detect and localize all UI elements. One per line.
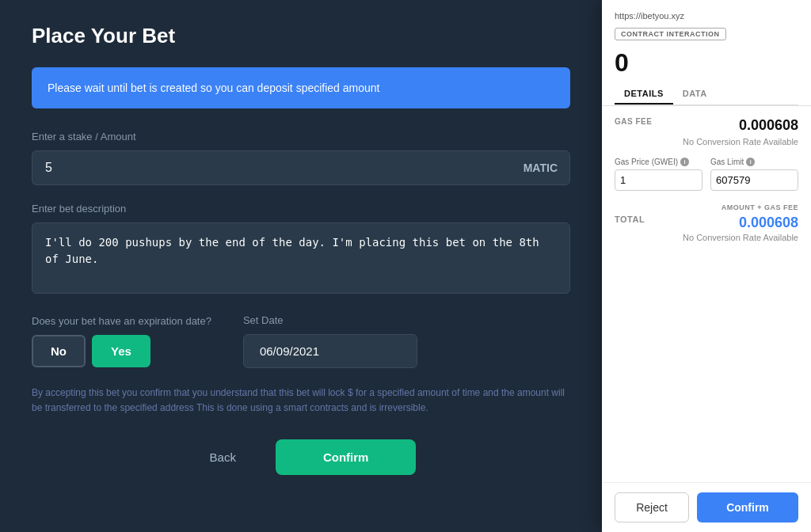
popup-confirm-button[interactable]: Confirm — [697, 492, 798, 522]
toggle-buttons: No Yes — [32, 335, 211, 367]
reject-button[interactable]: Reject — [615, 492, 689, 522]
stake-section: Enter a stake / Amount MATIC — [32, 131, 570, 185]
gas-inputs-row: Gas Price (GWEI) i Gas Limit i — [615, 158, 798, 191]
popup-body: GAS FEE 0.000608 No Conversion Rate Avai… — [602, 106, 811, 482]
popup-url: https://ibetyou.xyz — [615, 11, 798, 21]
amount-gas-label: AMOUNT + GAS FEE — [615, 203, 798, 211]
info-banner: Please wait until bet is created so you … — [32, 67, 570, 108]
back-button[interactable]: Back — [186, 439, 260, 475]
main-form: Place Your Bet Please wait until bet is … — [0, 0, 602, 532]
gas-limit-label: Gas Limit i — [710, 158, 798, 166]
no-button[interactable]: No — [32, 335, 86, 367]
stake-label: Enter a stake / Amount — [32, 131, 570, 142]
gas-price-group: Gas Price (GWEI) i — [615, 158, 702, 191]
gas-fee-row: GAS FEE 0.000608 — [615, 117, 798, 134]
disclaimer-text: By accepting this bet you confirm that y… — [32, 386, 570, 416]
popup-tabs: DETAILS DATA — [615, 84, 798, 105]
description-label: Enter bet description — [32, 203, 570, 215]
total-no-conversion: No Conversion Rate Available — [615, 233, 798, 242]
gas-fee-label: GAS FEE — [615, 117, 652, 126]
main-confirm-button[interactable]: Confirm — [276, 439, 417, 475]
popup-footer: Reject Confirm — [602, 482, 811, 532]
expiry-section: Does your bet have an expiration date? N… — [32, 315, 211, 367]
tab-data[interactable]: DATA — [673, 84, 717, 104]
description-textarea[interactable]: I'll do 200 pushups by the end of the da… — [32, 222, 570, 294]
bottom-buttons: Back Confirm — [32, 439, 570, 475]
yes-button[interactable]: Yes — [92, 335, 150, 367]
gas-limit-group: Gas Limit i — [710, 158, 798, 191]
popup-header: https://ibetyou.xyz CONTRACT INTERACTION… — [602, 0, 811, 106]
tab-details[interactable]: DETAILS — [615, 84, 673, 104]
stake-input-wrapper: MATIC — [32, 150, 570, 185]
gas-price-info-icon: i — [680, 158, 689, 166]
metamask-popup: https://ibetyou.xyz CONTRACT INTERACTION… — [602, 0, 811, 532]
currency-label: MATIC — [524, 162, 558, 174]
total-label: TOTAL — [615, 215, 645, 224]
gas-fee-value: 0.000608 — [739, 117, 798, 134]
page-title: Place Your Bet — [32, 24, 570, 48]
total-row: TOTAL 0.000608 — [615, 215, 798, 231]
popup-amount: 0 — [615, 48, 798, 78]
date-section: Set Date — [243, 314, 417, 368]
stake-input[interactable] — [32, 150, 570, 185]
gas-limit-input[interactable] — [710, 169, 798, 191]
date-input[interactable] — [243, 334, 417, 368]
gas-limit-info-icon: i — [746, 158, 755, 166]
total-value: 0.000608 — [739, 215, 798, 231]
expiry-label: Does your bet have an expiration date? — [32, 315, 211, 327]
gas-price-label: Gas Price (GWEI) i — [615, 158, 702, 166]
expiry-row: Does your bet have an expiration date? N… — [32, 314, 570, 368]
set-date-label: Set Date — [243, 314, 417, 326]
description-section: Enter bet description I'll do 200 pushup… — [32, 203, 570, 297]
contract-badge: CONTRACT INTERACTION — [615, 28, 726, 40]
gas-price-input[interactable] — [615, 169, 702, 191]
gas-fee-no-conversion: No Conversion Rate Available — [615, 137, 798, 146]
